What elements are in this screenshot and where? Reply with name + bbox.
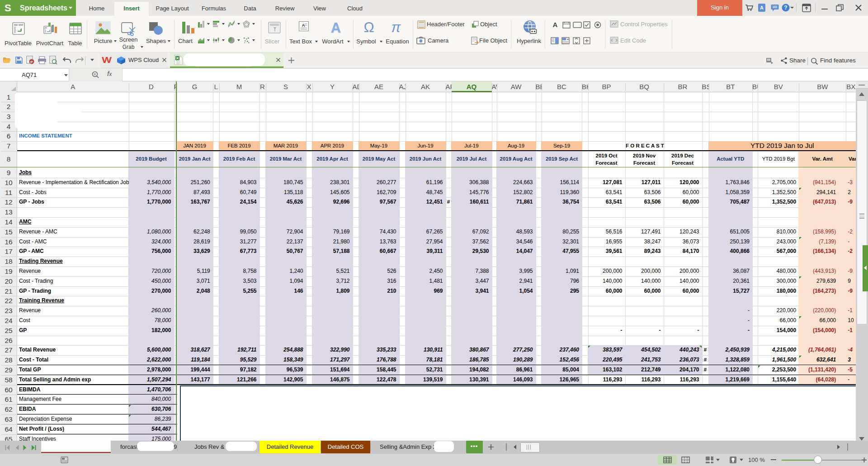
svg-text:P: P bbox=[30, 60, 33, 64]
svg-text:?: ? bbox=[784, 5, 787, 11]
svg-text:A: A bbox=[302, 23, 305, 28]
svg-text:R: R bbox=[94, 73, 96, 76]
